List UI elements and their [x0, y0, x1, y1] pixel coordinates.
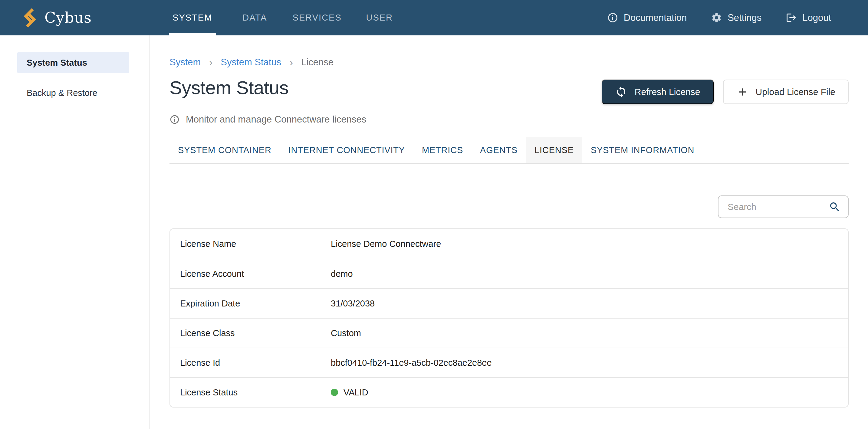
main-nav: SYSTEM DATA SERVICES USER — [161, 0, 411, 35]
row-value: bbcf0410-fb24-11e9-a5cb-02ec8ae2e8ee — [331, 358, 492, 368]
sidebar-item-system-status[interactable]: System Status — [17, 52, 129, 73]
table-row: License Status VALID — [170, 377, 848, 407]
tab-system-information[interactable]: SYSTEM INFORMATION — [582, 137, 703, 163]
sidebar: System Status Backup & Restore — [0, 35, 150, 429]
tab-metrics[interactable]: METRICS — [413, 137, 471, 163]
logout-icon — [786, 12, 797, 23]
row-value: 31/03/2038 — [331, 299, 375, 308]
tab-system-container[interactable]: SYSTEM CONTAINER — [169, 137, 280, 163]
subtitle-text: Monitor and manage Connectware licenses — [186, 114, 366, 125]
tab-internet-connectivity[interactable]: INTERNET CONNECTIVITY — [280, 137, 413, 163]
table-row: License Account demo — [170, 259, 848, 288]
cybus-logo-icon — [22, 8, 38, 28]
license-table: License Name License Demo Connectware Li… — [169, 228, 849, 407]
upload-license-button[interactable]: Upload License File — [723, 79, 849, 104]
settings-link[interactable]: Settings — [711, 12, 762, 23]
table-row: License Id bbcf0410-fb24-11e9-a5cb-02ec8… — [170, 348, 848, 377]
breadcrumb-system-status[interactable]: System Status — [221, 57, 281, 68]
row-value: VALID — [331, 388, 368, 398]
row-value: demo — [331, 269, 353, 279]
tab-agents[interactable]: AGENTS — [471, 137, 526, 163]
documentation-link[interactable]: Documentation — [607, 12, 687, 23]
breadcrumb-system[interactable]: System — [169, 57, 200, 68]
page-subtitle: Monitor and manage Connectware licenses — [169, 114, 849, 125]
refresh-license-button[interactable]: Refresh License — [602, 79, 714, 104]
row-label: License Account — [170, 269, 331, 279]
sidebar-item-backup-restore[interactable]: Backup & Restore — [17, 82, 129, 103]
nav-item-services[interactable]: SERVICES — [286, 0, 348, 35]
row-label: License Id — [170, 358, 331, 368]
search-box[interactable] — [718, 195, 849, 218]
breadcrumb: System › System Status › License — [169, 57, 849, 68]
row-label: License Name — [170, 239, 331, 249]
tab-license[interactable]: LICENSE — [526, 137, 582, 163]
table-row: License Name License Demo Connectware — [170, 229, 848, 259]
nav-item-system[interactable]: SYSTEM — [161, 0, 224, 35]
table-row: Expiration Date 31/03/2038 — [170, 288, 848, 318]
row-label: License Class — [170, 328, 331, 338]
info-icon — [169, 114, 180, 125]
chevron-right-icon: › — [289, 58, 293, 67]
navbar-actions: Documentation Settings Logout — [607, 12, 868, 23]
gear-icon — [711, 12, 722, 23]
brand-logo[interactable]: Cybus — [0, 8, 92, 28]
status-tabs: SYSTEM CONTAINER INTERNET CONNECTIVITY M… — [169, 137, 849, 164]
main-layout: System Status Backup & Restore System › … — [0, 35, 868, 429]
search-row — [169, 195, 849, 218]
status-dot-icon — [331, 389, 338, 396]
row-value: License Demo Connectware — [331, 239, 441, 249]
status-badge: VALID — [343, 388, 368, 398]
breadcrumb-license: License — [301, 57, 334, 68]
info-icon — [607, 12, 618, 23]
upload-license-label: Upload License File — [756, 87, 835, 97]
top-navbar: Cybus SYSTEM DATA SERVICES USER Document… — [0, 0, 868, 35]
sync-icon — [615, 86, 627, 98]
header-actions: Refresh License Upload License File — [602, 79, 849, 104]
table-row: License Class Custom — [170, 318, 848, 348]
refresh-license-label: Refresh License — [634, 87, 700, 97]
row-value: Custom — [331, 328, 361, 338]
brand-name: Cybus — [44, 9, 92, 26]
content-area: System › System Status › License System … — [150, 35, 868, 429]
row-label: Expiration Date — [170, 299, 331, 308]
search-input[interactable] — [727, 202, 829, 212]
documentation-label: Documentation — [624, 12, 687, 23]
nav-item-user[interactable]: USER — [348, 0, 411, 35]
plus-icon — [736, 86, 748, 98]
logout-link[interactable]: Logout — [786, 12, 831, 23]
chevron-right-icon: › — [209, 58, 213, 67]
settings-label: Settings — [727, 12, 762, 23]
logout-label: Logout — [802, 12, 831, 23]
search-icon — [829, 201, 841, 213]
nav-item-data[interactable]: DATA — [224, 0, 286, 35]
row-label: License Status — [170, 388, 331, 398]
